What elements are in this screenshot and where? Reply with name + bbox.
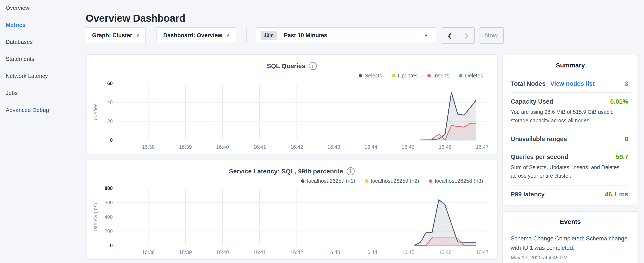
sidebar-item-jobs[interactable]: Jobs: [6, 90, 78, 96]
summary-row-label: Capacity Used: [511, 98, 553, 105]
svg-text:16:40: 16:40: [216, 144, 229, 150]
svg-text:20: 20: [107, 119, 113, 124]
summary-row-total-nodes: Total Nodes View nodes list 3: [511, 75, 630, 92]
summary-row-label: Total Nodes: [511, 80, 546, 87]
svg-text:16:47: 16:47: [476, 249, 488, 255]
chart-title: SQL Queries: [267, 62, 305, 70]
svg-text:latency (ms): latency (ms): [92, 203, 98, 231]
time-next-button[interactable]: ❯: [458, 27, 475, 44]
sidebar-item-statements[interactable]: Statements: [6, 56, 78, 62]
sidebar-item-overview[interactable]: Overview: [6, 5, 78, 11]
dashboard-dropdown-label: Dashboard: Overview: [163, 32, 222, 39]
summary-row-label: Queries per second: [511, 153, 568, 160]
chevron-down-icon: ∨: [136, 33, 140, 38]
svg-text:16:41: 16:41: [253, 249, 266, 255]
svg-text:16:39: 16:39: [179, 249, 192, 255]
time-range-dropdown[interactable]: 10m Past 10 Minutes ∨: [256, 27, 436, 43]
sidebar-item-databases[interactable]: Databases: [6, 39, 78, 45]
legend-item[interactable]: Updates: [392, 73, 418, 79]
svg-text:16:42: 16:42: [290, 249, 303, 255]
legend-label: localhost:26259 (n2): [371, 178, 419, 184]
toolbar-divider: [246, 28, 247, 42]
chevron-down-icon: ∨: [424, 33, 428, 38]
legend-dot-icon: [392, 74, 395, 78]
svg-text:0: 0: [110, 137, 113, 143]
legend-label: localhost:26258 (n3): [435, 178, 483, 184]
legend-dot-icon: [459, 74, 462, 78]
summary-row-label: Unavailable ranges: [511, 136, 567, 143]
info-icon[interactable]: i: [309, 62, 317, 70]
svg-text:0: 0: [110, 243, 113, 248]
summary-row-label: P99 latency: [511, 191, 545, 198]
service-latency-chart-card: 16:3816:3916:4016:4116:4216:4316:4416:45…: [86, 160, 498, 260]
legend-dot-icon: [301, 179, 304, 183]
svg-text:800: 800: [104, 185, 113, 191]
svg-text:16:46: 16:46: [438, 249, 451, 255]
chevron-down-icon: ∨: [226, 33, 230, 38]
chart-legend: SelectsUpdatesInsertsDeletes: [359, 73, 483, 79]
svg-text:40: 40: [107, 100, 113, 105]
svg-text:16:44: 16:44: [364, 144, 377, 150]
svg-text:16:41: 16:41: [253, 144, 266, 150]
summary-row-capacity-used: Capacity Used 0.01% You are using 28.6 M…: [511, 92, 630, 130]
sidebar-item-advanced-debug[interactable]: Advanced Debug: [6, 107, 78, 113]
chart-title: Service Latency: SQL, 99th percentile: [229, 168, 343, 175]
time-prev-button[interactable]: ❮: [442, 27, 458, 44]
db-console-page: Overview Metrics Databases Statements Ne…: [0, 0, 644, 263]
svg-text:16:40: 16:40: [216, 249, 229, 255]
svg-text:16:46: 16:46: [438, 144, 451, 150]
view-nodes-list-link[interactable]: View nodes list: [550, 80, 595, 87]
dashboard-dropdown[interactable]: Dashboard: Overview ∨: [156, 27, 236, 43]
event-timestamp: May 13, 2020 at 4:45 PM: [511, 255, 630, 261]
legend-dot-icon: [429, 179, 432, 183]
sidebar-nav: Overview Metrics Databases Statements Ne…: [6, 0, 78, 113]
svg-text:16:44: 16:44: [364, 249, 377, 255]
sidebar-item-metrics[interactable]: Metrics: [6, 22, 78, 28]
chevron-left-icon: ❮: [447, 32, 452, 39]
svg-text:16:39: 16:39: [179, 144, 192, 150]
legend-item[interactable]: Inserts: [427, 73, 449, 79]
svg-text:60: 60: [107, 81, 113, 86]
summary-row-value: 0: [625, 135, 630, 143]
svg-text:16:47: 16:47: [476, 144, 488, 150]
legend-dot-icon: [359, 74, 362, 78]
svg-text:queries: queries: [92, 103, 98, 120]
events-panel: Events Schema Change Completed: Schema c…: [502, 211, 638, 263]
summary-title: Summary: [502, 62, 638, 69]
legend-item[interactable]: localhost:26258 (n3): [429, 178, 483, 184]
time-range-badge: 10m: [261, 31, 276, 40]
svg-text:16:43: 16:43: [328, 144, 340, 150]
legend-label: Inserts: [433, 73, 449, 79]
time-range-label: Past 10 Minutes: [284, 32, 327, 39]
svg-text:200: 200: [104, 228, 113, 234]
summary-row-subtext: You are using 28.6 MiB of 515.9 GiB usab…: [511, 108, 630, 125]
legend-dot-icon: [427, 74, 431, 78]
legend-label: Deletes: [465, 73, 483, 79]
sidebar-item-network-latency[interactable]: Network Latency: [6, 73, 78, 79]
time-pager: ❮ ❯: [442, 27, 475, 44]
legend-item[interactable]: localhost:26257 (n1): [301, 178, 355, 184]
summary-row-value: 0.01%: [610, 98, 630, 105]
summary-panel: Summary Total Nodes View nodes list 3 Ca…: [502, 55, 638, 205]
graph-scope-dropdown-label: Graph: Cluster: [92, 32, 132, 39]
summary-row-subtext: Sum of Selects, Updates, Inserts, and De…: [511, 163, 630, 180]
chevron-right-icon: ❯: [464, 32, 469, 39]
legend-item[interactable]: Deletes: [459, 73, 483, 79]
svg-text:16:42: 16:42: [290, 144, 303, 150]
svg-text:16:38: 16:38: [142, 249, 154, 255]
svg-text:16:45: 16:45: [402, 249, 414, 255]
legend-item[interactable]: Selects: [359, 73, 382, 79]
summary-row-value: 59.7: [616, 153, 630, 160]
event-list-item[interactable]: Schema Change Completed: Schema change w…: [511, 234, 630, 261]
now-button[interactable]: Now: [479, 27, 504, 44]
chart-legend: localhost:26257 (n1)localhost:26259 (n2)…: [301, 178, 483, 184]
summary-row-p99-latency: P99 latency 46.1 ms: [511, 185, 630, 203]
svg-text:16:43: 16:43: [328, 249, 340, 255]
summary-row-value: 3: [625, 80, 630, 87]
graph-scope-dropdown[interactable]: Graph: Cluster ∨: [86, 27, 146, 43]
legend-label: Selects: [365, 73, 382, 79]
legend-item[interactable]: localhost:26259 (n2): [365, 178, 419, 184]
info-icon[interactable]: i: [346, 167, 355, 175]
event-text: Schema Change Completed: Schema change w…: [511, 234, 630, 252]
legend-label: localhost:26257 (n1): [307, 178, 355, 184]
